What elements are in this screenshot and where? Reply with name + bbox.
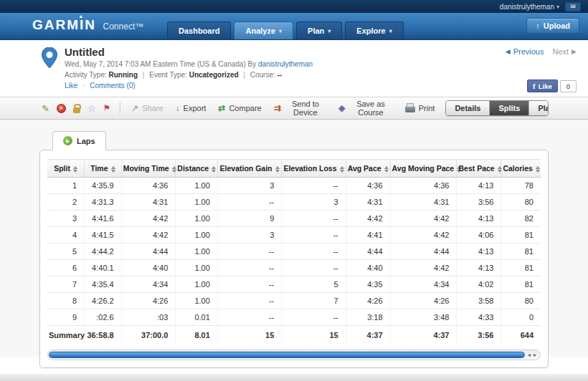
- mail-button[interactable]: ✉: [565, 2, 581, 11]
- favorite-star-icon[interactable]: ☆: [87, 104, 96, 113]
- table-row: 24:31.34:311.00--34:314:313:5680: [47, 194, 541, 211]
- scroll-right-icon[interactable]: ▸: [534, 352, 536, 358]
- upload-button[interactable]: ↑ Upload: [526, 18, 579, 34]
- table-cell: 1.00: [176, 243, 217, 260]
- course-value: --: [278, 71, 283, 79]
- nav-tab-explore[interactable]: Explore▾: [345, 21, 403, 39]
- table-cell: 4:13: [457, 243, 501, 260]
- table-cell: --: [282, 309, 346, 326]
- upload-arrow-icon: ↑: [536, 21, 540, 30]
- table-cell: 7: [282, 293, 346, 309]
- garmin-connect-page: danistrulytheman ▾ ✉ GARMIN▲ Connect™ Da…: [0, 0, 588, 381]
- toolbar-icon-group: ✎ × ☆ ⚑: [42, 104, 110, 113]
- column-header-split[interactable]: Split: [47, 160, 85, 178]
- compare-button[interactable]: ⇄ Compare: [217, 102, 262, 115]
- previous-activity-link[interactable]: ◀ Previous: [506, 47, 544, 56]
- next-label: Next: [552, 47, 569, 56]
- export-label: Export: [184, 104, 207, 112]
- view-details-button[interactable]: Details: [446, 101, 489, 115]
- table-cell: 8: [47, 293, 85, 309]
- share-icon: ↗: [131, 103, 138, 113]
- privacy-lock-icon[interactable]: [73, 107, 80, 113]
- activity-author-link[interactable]: danistrulytheman: [258, 60, 313, 68]
- scroll-left-icon[interactable]: ◂: [528, 352, 531, 358]
- nav-tab-dashboard[interactable]: Dashboard: [167, 21, 231, 39]
- garmin-connect-logo[interactable]: GARMIN▲ Connect™: [32, 17, 143, 33]
- facebook-like-button[interactable]: f Like: [527, 79, 558, 92]
- column-header-distance[interactable]: Distance: [176, 160, 217, 178]
- separator: |: [243, 71, 245, 79]
- delete-icon[interactable]: ×: [57, 104, 66, 113]
- sort-icon: [275, 166, 280, 173]
- nav-tab-label: Plan: [308, 26, 324, 35]
- table-cell: 4: [47, 227, 85, 243]
- flag-icon[interactable]: ⚑: [103, 104, 111, 112]
- column-header-elevation-gain[interactable]: Elevation Gain: [217, 160, 281, 178]
- column-header-avg-moving-pace[interactable]: Avg Moving Pace: [390, 160, 457, 178]
- nav-tab-analyze[interactable]: Analyze▾: [234, 21, 293, 39]
- column-label: Avg Moving Pace: [392, 164, 455, 173]
- table-cell: 15: [282, 326, 346, 344]
- column-header-best-pace[interactable]: Best Pace: [457, 160, 501, 178]
- column-header-moving-time[interactable]: Moving Time: [121, 160, 176, 178]
- sort-icon: [536, 166, 540, 173]
- user-menu[interactable]: danistrulytheman ▾: [500, 3, 559, 11]
- course-label: Course:: [250, 71, 275, 79]
- scrollbar-thumb[interactable]: [49, 352, 525, 358]
- send-to-device-button[interactable]: ⇉ Send to Device: [272, 98, 328, 118]
- column-header-avg-pace[interactable]: Avg Pace: [346, 160, 390, 178]
- tab-laps[interactable]: ▶ Laps: [52, 131, 106, 150]
- table-cell: 4:06: [457, 227, 501, 243]
- column-header-elevation-loss[interactable]: Elevation Loss: [282, 160, 346, 178]
- table-cell: 3:18: [346, 309, 390, 326]
- table-cell: --: [217, 293, 281, 309]
- separator: ·: [82, 82, 85, 90]
- table-cell: 81: [501, 276, 541, 293]
- activity-info: Untitled Wed, May 7, 2014 7:03 AM Easter…: [65, 46, 313, 92]
- table-row: 14:35.94:361.003--4:364:364:1378: [47, 178, 541, 194]
- horizontal-scrollbar[interactable]: ◂ ▸: [47, 349, 541, 360]
- column-header-time[interactable]: Time: [85, 160, 122, 178]
- mail-icon: ✉: [570, 3, 576, 10]
- nav-tab-label: Dashboard: [179, 26, 219, 35]
- table-cell: 4:31.3: [85, 194, 122, 211]
- next-activity-link[interactable]: Next ▶: [552, 47, 577, 56]
- save-as-course-label: Save as Course: [348, 100, 392, 117]
- table-cell: 3: [217, 227, 281, 243]
- nav-tab-plan[interactable]: Plan▾: [296, 21, 342, 39]
- facebook-like-label: Like: [539, 82, 552, 90]
- connect-wordmark: Connect™: [103, 21, 144, 32]
- table-cell: 3:56: [457, 194, 501, 211]
- export-button[interactable]: ↓ Export: [174, 102, 208, 115]
- table-cell: 4:42: [121, 211, 176, 227]
- sort-icon: [172, 166, 176, 173]
- view-player-button[interactable]: Player: [528, 101, 549, 115]
- table-cell: 4:02: [457, 276, 501, 293]
- sort-icon: [498, 166, 502, 173]
- table-row: 9:02.6:030.01----3:183:484:330: [47, 309, 541, 326]
- save-as-course-icon: ◈: [338, 103, 345, 113]
- edit-icon[interactable]: ✎: [42, 104, 49, 113]
- view-splits-button[interactable]: Splits: [489, 101, 528, 115]
- share-label: Share: [142, 104, 163, 112]
- laps-table-head-row: SplitTimeMoving TimeDistanceElevation Ga…: [47, 160, 541, 178]
- sort-icon: [111, 166, 115, 173]
- table-cell: 4:13: [457, 211, 501, 227]
- table-cell: 81: [501, 260, 541, 276]
- table-row: 84:26.24:261.00--74:264:263:5880: [47, 293, 541, 309]
- comments-link[interactable]: Comments (0): [90, 82, 135, 90]
- table-cell: 0.01: [176, 309, 217, 326]
- save-as-course-button[interactable]: ◈ Save as Course: [337, 98, 394, 118]
- table-cell: 4:34: [121, 276, 176, 293]
- like-link[interactable]: Like: [65, 82, 77, 90]
- chevron-down-icon: ▾: [279, 28, 282, 34]
- nav-tab-label: Analyze: [245, 26, 275, 35]
- share-button[interactable]: ↗ Share: [130, 102, 164, 115]
- table-cell: 4:26: [346, 293, 390, 309]
- column-header-calories[interactable]: Calories: [501, 160, 541, 178]
- print-button[interactable]: Print: [404, 102, 437, 114]
- view-switcher: Details Splits Player: [445, 100, 549, 116]
- sort-icon: [73, 166, 77, 173]
- table-cell: 1.00: [176, 178, 217, 194]
- table-cell: 4:44: [346, 243, 390, 260]
